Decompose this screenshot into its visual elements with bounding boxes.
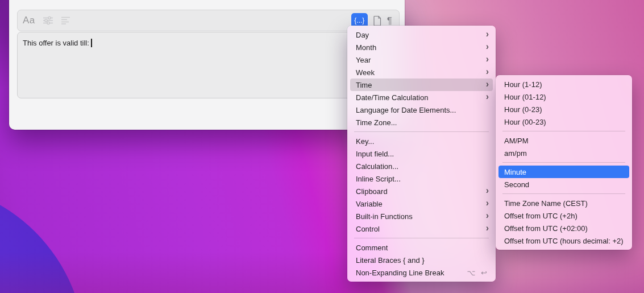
menu-item-label: Time Zone... bbox=[356, 118, 489, 127]
menu-item-label: Built-in Functions bbox=[356, 212, 486, 221]
menu-item-label: Day bbox=[356, 31, 486, 39]
editor-toolbar: Aa {... bbox=[17, 10, 400, 31]
chevron-right-icon: › bbox=[486, 42, 489, 51]
menu-item-label: Month bbox=[356, 43, 486, 52]
document-icon[interactable] bbox=[373, 15, 382, 26]
menu-item-label: Offset from UTC (+02:00) bbox=[504, 224, 625, 233]
menu-item-label: Clipboard bbox=[356, 187, 486, 196]
menu-item-label: Hour (0-23) bbox=[504, 105, 625, 114]
menu-item-variable[interactable]: Variable› bbox=[350, 197, 493, 210]
menu-item-label: Time Zone Name (CEST) bbox=[504, 199, 625, 208]
menu-item-non-expanding-line-break[interactable]: Non-Expanding Line Break⌥ ↩ bbox=[350, 266, 493, 279]
menu-item-label: Week bbox=[356, 68, 486, 77]
time-submenu: Hour (1-12)Hour (01-12)Hour (0-23)Hour (… bbox=[496, 75, 632, 250]
menu-item-time-zone[interactable]: Time Zone... bbox=[350, 116, 493, 129]
menu-separator bbox=[502, 193, 625, 194]
menu-item-label: Time bbox=[356, 81, 486, 89]
menu-item-key[interactable]: Key... bbox=[350, 135, 493, 147]
menu-separator bbox=[502, 131, 625, 131]
menu-item-input-field[interactable]: Input field... bbox=[350, 147, 493, 160]
chevron-right-icon: › bbox=[486, 67, 489, 76]
menu-item-day[interactable]: Day› bbox=[350, 28, 493, 41]
chevron-right-icon: › bbox=[486, 186, 489, 195]
menu-item-label: Inline Script... bbox=[356, 175, 489, 183]
chevron-right-icon: › bbox=[486, 224, 489, 233]
menu-item-label: Hour (1-12) bbox=[504, 80, 625, 89]
desktop-screen: Aa {... bbox=[0, 0, 644, 293]
menu-separator bbox=[354, 238, 489, 238]
menu-item-built-in-functions[interactable]: Built-in Functions› bbox=[350, 210, 493, 222]
menu-item-label: Hour (01-12) bbox=[504, 93, 625, 101]
menu-item-hour-0-23[interactable]: Hour (0-23) bbox=[498, 103, 629, 115]
align-lines-icon[interactable] bbox=[61, 16, 71, 25]
menu-item-label: Control bbox=[356, 225, 486, 233]
menu-item-calculation[interactable]: Calculation... bbox=[350, 160, 493, 172]
menu-item-label: Second bbox=[504, 180, 625, 189]
chevron-right-icon: › bbox=[486, 211, 489, 220]
menu-item-literal-braces-and[interactable]: Literal Braces { and } bbox=[350, 254, 493, 266]
menu-item-label: Input field... bbox=[356, 150, 489, 158]
insert-placeholder-menu: Day›Month›Year›Week›Time›Date/Time Calcu… bbox=[347, 26, 496, 282]
menu-item-am-pm[interactable]: AM/PM bbox=[498, 134, 629, 147]
menu-item-hour-00-23[interactable]: Hour (00-23) bbox=[498, 115, 629, 128]
menu-item-date-time-calculation[interactable]: Date/Time Calculation› bbox=[350, 91, 493, 104]
toolbar-left-group: Aa bbox=[23, 15, 71, 26]
menu-item-label: Offset from UTC (hours decimal: +2) bbox=[504, 237, 625, 245]
menu-item-offset-from-utc-hours-decimal-2[interactable]: Offset from UTC (hours decimal: +2) bbox=[498, 234, 629, 247]
menu-item-offset-from-utc-02-00[interactable]: Offset from UTC (+02:00) bbox=[498, 222, 629, 234]
menu-item-month[interactable]: Month› bbox=[350, 41, 493, 53]
menu-item-label: Literal Braces { and } bbox=[356, 256, 489, 265]
menu-item-label: Key... bbox=[356, 137, 489, 146]
menu-item-label: Hour (00-23) bbox=[504, 118, 625, 126]
menu-item-shortcut: ⌥ ↩ bbox=[467, 269, 489, 277]
text-caret bbox=[91, 39, 92, 47]
menu-separator bbox=[354, 131, 489, 132]
menu-item-offset-from-utc-2h[interactable]: Offset from UTC (+2h) bbox=[498, 209, 629, 222]
chevron-right-icon: › bbox=[486, 199, 489, 208]
menu-item-label: AM/PM bbox=[504, 137, 625, 145]
chevron-right-icon: › bbox=[486, 80, 489, 89]
chevron-right-icon: › bbox=[486, 30, 489, 39]
menu-item-label: Non-Expanding Line Break bbox=[356, 269, 467, 277]
snippet-text-area[interactable]: This offer is valid till: bbox=[17, 32, 400, 98]
menu-item-label: Language for Date Elements... bbox=[356, 106, 489, 114]
chevron-right-icon: › bbox=[486, 55, 489, 64]
menu-item-second[interactable]: Second bbox=[498, 178, 629, 191]
menu-separator bbox=[502, 162, 625, 163]
menu-item-language-for-date-elements[interactable]: Language for Date Elements... bbox=[350, 104, 493, 116]
menu-item-am-pm[interactable]: am/pm bbox=[498, 147, 629, 159]
text-style-button[interactable]: Aa bbox=[23, 15, 35, 26]
menu-item-inline-script[interactable]: Inline Script... bbox=[350, 172, 493, 185]
pilcrow-icon[interactable]: ¶ bbox=[387, 16, 392, 26]
menu-item-label: Comment bbox=[356, 244, 489, 252]
menu-item-hour-1-12[interactable]: Hour (1-12) bbox=[498, 78, 629, 90]
menu-item-label: Minute bbox=[504, 168, 625, 176]
menu-item-label: Variable bbox=[356, 200, 486, 208]
menu-item-year[interactable]: Year› bbox=[350, 53, 493, 66]
menu-item-label: Date/Time Calculation bbox=[356, 93, 486, 102]
snippet-text: This offer is valid till: bbox=[23, 39, 91, 47]
menu-item-control[interactable]: Control› bbox=[350, 222, 493, 235]
menu-item-week[interactable]: Week› bbox=[350, 66, 493, 79]
snippet-editor-window: Aa {... bbox=[9, 0, 405, 130]
menu-item-label: Year bbox=[356, 56, 486, 64]
menu-item-clipboard[interactable]: Clipboard› bbox=[350, 185, 493, 197]
sliders-icon[interactable] bbox=[43, 16, 53, 25]
chevron-right-icon: › bbox=[486, 92, 489, 101]
menu-item-label: Offset from UTC (+2h) bbox=[504, 212, 625, 220]
menu-item-label: am/pm bbox=[504, 149, 625, 158]
menu-item-comment[interactable]: Comment bbox=[350, 241, 493, 254]
menu-item-time-zone-name-cest[interactable]: Time Zone Name (CEST) bbox=[498, 197, 629, 209]
menu-item-time[interactable]: Time› bbox=[350, 79, 493, 91]
menu-item-minute[interactable]: Minute bbox=[498, 166, 629, 178]
menu-item-label: Calculation... bbox=[356, 162, 489, 171]
menu-item-hour-01-12[interactable]: Hour (01-12) bbox=[498, 90, 629, 103]
